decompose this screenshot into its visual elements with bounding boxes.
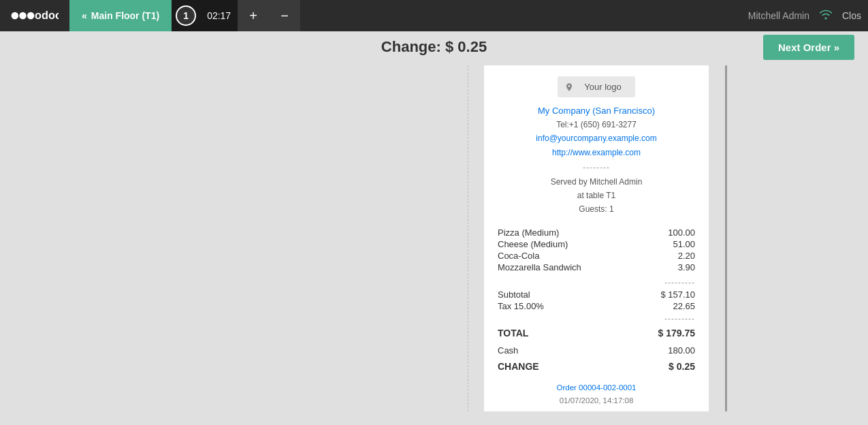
user-name: Mitchell Admin — [748, 10, 809, 21]
receipt-total: TOTAL $ 179.75 — [498, 328, 695, 339]
receipt-server: Served by Mitchell Admin at table T1 Gue… — [498, 175, 695, 217]
company-email: info@yourcompany.example.com — [536, 133, 656, 143]
close-label: Clos — [842, 10, 861, 21]
main-content: Change: $ 0.25 Next Order » Your logo My… — [0, 31, 868, 425]
order-time: 02:17 — [200, 10, 238, 21]
cash-label: Cash — [498, 345, 518, 356]
add-icon: + — [249, 8, 257, 24]
receipt-footer: Order 00004-002-0001 01/07/2020, 14:17:0… — [498, 381, 695, 408]
tax-label: Tax 15.00% — [498, 301, 544, 311]
receipt-change: CHANGE $ 0.25 — [498, 361, 695, 372]
table-info: at table T1 — [498, 189, 695, 202]
company-name: My Company (San Francisco) — [498, 104, 695, 119]
minus-order-button[interactable]: − — [269, 0, 300, 31]
subtotal-row: Subtotal $ 157.10 — [498, 289, 695, 300]
cash-row: Cash 180.00 — [498, 345, 695, 356]
receipt-panel: Your logo My Company (San Francisco) Tel… — [468, 65, 727, 411]
receipt-change-label: CHANGE — [498, 361, 539, 372]
arrow-left-icon: « — [82, 10, 87, 21]
svg-point-1 — [19, 12, 27, 20]
receipt-item-cola: Coca-Cola 2.20 — [498, 251, 695, 261]
main-floor-button[interactable]: « Main Floor (T1) — [69, 0, 172, 31]
order-date: 01/07/2020, 14:17:08 — [498, 394, 695, 408]
svg-point-2 — [27, 12, 35, 20]
topbar: odoo « Main Floor (T1) 1 02:17 + − Mitch… — [0, 0, 868, 31]
svg-text:odoo: odoo — [35, 9, 59, 21]
cash-value: 180.00 — [668, 345, 695, 356]
receipt-wrapper: Your logo My Company (San Francisco) Tel… — [0, 65, 868, 411]
svg-point-0 — [12, 12, 18, 20]
change-text: Change: $ 0.25 — [381, 38, 487, 56]
total-separator: --------- — [498, 314, 695, 324]
receipt-payment: Cash 180.00 — [498, 345, 695, 356]
logo-label: Your logo — [577, 79, 628, 95]
total-label: TOTAL — [498, 328, 528, 339]
tax-value: 22.65 — [673, 301, 695, 311]
receipt-change-value: $ 0.25 — [669, 361, 695, 372]
left-panel — [142, 65, 468, 411]
total-value: $ 179.75 — [658, 328, 696, 339]
served-by: Served by Mitchell Admin — [498, 175, 695, 189]
next-order-label: Next Order » — [778, 42, 839, 53]
guests-info: Guests: 1 — [498, 202, 695, 216]
receipt-item-cheese: Cheese (Medium) 51.00 — [498, 239, 695, 249]
receipt-item-sandwich: Mozzarella Sandwich 3.90 — [498, 262, 695, 272]
order-number-footer: Order 00004-002-0001 — [498, 381, 695, 395]
change-bar: Change: $ 0.25 Next Order » — [0, 38, 868, 56]
receipt-subtotals: Subtotal $ 157.10 Tax 15.00% 22.65 — [498, 289, 695, 311]
order-badge: 1 02:17 — [172, 0, 238, 31]
receipt: Your logo My Company (San Francisco) Tel… — [484, 65, 709, 411]
receipt-logo: Your logo — [498, 76, 695, 97]
subtotal-label: Subtotal — [498, 289, 530, 300]
receipt-item-pizza: Pizza (Medium) 100.00 — [498, 227, 695, 238]
receipt-company: My Company (San Francisco) Tel:+1 (650) … — [498, 104, 695, 160]
receipt-items: Pizza (Medium) 100.00 Cheese (Medium) 51… — [498, 227, 695, 272]
subtotal-value: $ 157.10 — [660, 289, 695, 300]
main-floor-label: Main Floor (T1) — [91, 10, 159, 21]
minus-icon: − — [280, 8, 289, 24]
odoo-logo: odoo — [0, 0, 69, 31]
close-button[interactable]: Clos — [842, 10, 861, 21]
company-tel: Tel:+1 (650) 691-3277 — [498, 119, 695, 131]
wifi-icon — [819, 9, 833, 22]
items-separator: --------- — [498, 278, 695, 287]
topbar-right: Mitchell Admin Clos — [748, 9, 868, 22]
add-order-button[interactable]: + — [238, 0, 269, 31]
company-website: http://www.example.com — [552, 148, 641, 157]
next-order-button[interactable]: Next Order » — [763, 35, 854, 60]
receipt-divider-1: -------- — [498, 163, 695, 172]
order-number: 1 — [176, 5, 196, 26]
tax-row: Tax 15.00% 22.65 — [498, 301, 695, 311]
